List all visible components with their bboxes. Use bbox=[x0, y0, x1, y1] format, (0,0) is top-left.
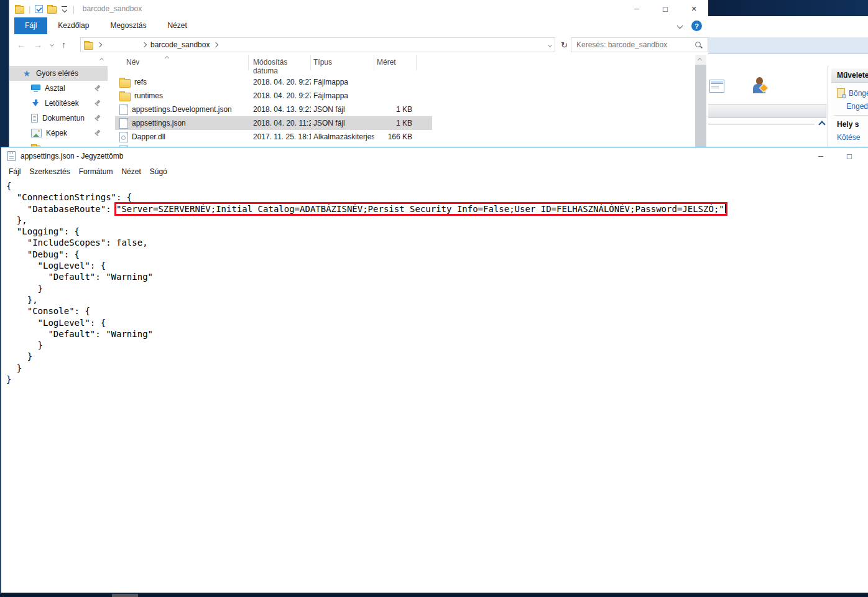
file-name-cell: refs bbox=[115, 77, 249, 88]
quick-access-star-icon bbox=[22, 69, 32, 78]
minimize-button[interactable] bbox=[806, 147, 835, 165]
code-line[interactable]: } bbox=[6, 351, 868, 362]
code-line[interactable]: "Default": "Warning" bbox=[6, 271, 868, 282]
scroll-up-icon[interactable] bbox=[698, 58, 702, 62]
file-name: appsettings.Development.json bbox=[132, 105, 232, 114]
code-line[interactable]: { bbox=[6, 180, 868, 192]
action-item-b-nge[interactable]: Bönge bbox=[831, 86, 868, 100]
code-line[interactable]: "Debug": { bbox=[6, 249, 868, 260]
json-file-icon bbox=[119, 104, 128, 115]
column-header-m-ret[interactable]: Méret bbox=[374, 55, 417, 70]
json-file-icon bbox=[119, 118, 128, 129]
action-item-enged[interactable]: Enged bbox=[831, 100, 868, 113]
file-type-cell: Alkalmazáskiterjes... bbox=[311, 132, 374, 141]
collapse-section-chevron-icon[interactable] bbox=[818, 121, 825, 127]
code-line[interactable]: "DatabaseRoute": "Server=SZERVERNÉV;Init… bbox=[6, 203, 868, 215]
scrollbar-thumb[interactable] bbox=[695, 65, 706, 147]
check-icon[interactable] bbox=[35, 5, 43, 13]
search-placeholder: Keresés: barcode_sandbox bbox=[576, 40, 691, 49]
pin-icon bbox=[94, 129, 101, 137]
actions-panel-title: Művelete bbox=[831, 68, 868, 83]
code-line[interactable]: }, bbox=[6, 215, 868, 226]
code-line[interactable]: "IncludeScopes": false, bbox=[6, 237, 868, 248]
file-row-runtimes[interactable]: runtimes2018. 04. 20. 9:27Fájlmappa bbox=[115, 89, 432, 103]
ribbon-tab-n-zet[interactable]: Nézet bbox=[157, 17, 197, 34]
file-row-appsettings-json[interactable]: appsettings.json2018. 04. 20. 11:23JSON … bbox=[115, 116, 432, 130]
breadcrumb-chevron-icon[interactable] bbox=[142, 42, 147, 47]
column-header-t-pus[interactable]: Típus bbox=[311, 55, 374, 70]
sidebar-item-k-pek[interactable]: Képek bbox=[9, 126, 108, 141]
sidebar-item-let-lt-sek[interactable]: Letöltések bbox=[9, 96, 108, 111]
file-row-appsettings-development-json[interactable]: appsettings.Development.json2018. 04. 13… bbox=[115, 103, 432, 116]
code-line[interactable]: "LogLevel": { bbox=[6, 317, 868, 328]
notepad-titlebar: appsettings.json - Jegyzettömb bbox=[1, 147, 868, 165]
column-header-m-dos-t-s-d-tuma[interactable]: Módosítás dátuma bbox=[249, 55, 311, 70]
search-box[interactable]: Keresés: barcode_sandbox bbox=[571, 37, 708, 52]
window-thumbnail-icon bbox=[709, 80, 724, 93]
menu-n-zet[interactable]: Nézet bbox=[117, 167, 145, 176]
code-line[interactable]: } bbox=[6, 374, 868, 385]
folder-icon[interactable] bbox=[47, 6, 57, 14]
code-line[interactable]: "ConnectionStrings": { bbox=[6, 192, 868, 203]
code-line[interactable]: } bbox=[6, 283, 868, 294]
navigation-pane: Gyors elérésAsztalLetöltésekDokumentunKé… bbox=[9, 55, 108, 147]
code-line[interactable]: }, bbox=[6, 294, 868, 305]
breadcrumb-chevron-icon[interactable] bbox=[97, 42, 102, 47]
code-line[interactable]: } bbox=[6, 340, 868, 351]
menu-s-g[interactable]: Súgó bbox=[145, 167, 172, 176]
action-item-hely-s[interactable]: Hely s bbox=[831, 118, 868, 131]
menu-form-tum[interactable]: Formátum bbox=[75, 167, 118, 176]
code-line[interactable]: "Console": { bbox=[6, 305, 868, 317]
explorer-caption-buttons bbox=[622, 0, 708, 17]
code-line[interactable]: "Logging": { bbox=[6, 226, 868, 237]
sidebar-item-dokumentun[interactable]: Dokumentun bbox=[9, 111, 108, 126]
file-row-refs[interactable]: refs2018. 04. 20. 9:27Fájlmappa bbox=[115, 75, 432, 89]
maximize-button[interactable] bbox=[651, 0, 680, 17]
file-row-dapper-dll[interactable]: Dapper.dll2017. 11. 25. 18:18Alkalmazásk… bbox=[115, 130, 432, 144]
code-line[interactable]: } bbox=[6, 363, 868, 374]
back-button[interactable]: ← bbox=[17, 40, 25, 50]
sidebar-item-asztal[interactable]: Asztal bbox=[9, 81, 108, 96]
separator: | bbox=[72, 4, 74, 14]
file-name-cell: appsettings.json bbox=[115, 118, 249, 129]
recent-locations-chevron-icon[interactable] bbox=[50, 42, 54, 47]
file-type-cell: JSON fájl bbox=[311, 119, 374, 127]
notepad-text-area[interactable]: { "ConnectionStrings": { "DatabaseRoute"… bbox=[1, 178, 868, 593]
menu-szerkeszt-s[interactable]: Szerkesztés bbox=[25, 167, 74, 176]
sidebar-item-label: Képek bbox=[46, 129, 67, 137]
up-button[interactable]: ↑ bbox=[62, 40, 66, 50]
address-dropdown-chevron-icon[interactable] bbox=[548, 42, 552, 47]
file-type-cell: Fájlmappa bbox=[311, 91, 374, 100]
forward-button[interactable]: → bbox=[34, 40, 42, 50]
close-button[interactable] bbox=[680, 0, 708, 17]
column-header-n-v[interactable]: Név bbox=[115, 55, 249, 70]
code-line[interactable]: "LogLevel": { bbox=[6, 260, 868, 271]
breadcrumb-chevron-icon[interactable] bbox=[213, 42, 218, 47]
customize-quick-access-chevron-icon[interactable] bbox=[61, 6, 68, 12]
pictures-icon bbox=[31, 129, 42, 137]
breadcrumb-current-folder[interactable]: barcode_sandbox bbox=[150, 40, 210, 49]
expand-ribbon-chevron-icon[interactable] bbox=[677, 23, 683, 29]
file-list-scrollbar[interactable] bbox=[695, 55, 706, 147]
ribbon-tab-kezd-lap[interactable]: Kezdőlap bbox=[47, 17, 99, 34]
maximize-button[interactable] bbox=[835, 147, 864, 165]
address-bar[interactable]: barcode_sandbox bbox=[80, 37, 555, 52]
sidebar-item-partial[interactable] bbox=[9, 141, 108, 147]
folder-icon[interactable] bbox=[15, 6, 24, 14]
minimize-button[interactable] bbox=[622, 0, 651, 17]
sidebar-item-gyors-el-r-s[interactable]: Gyors elérés bbox=[9, 66, 108, 81]
ribbon-tab-megoszt-s[interactable]: Megosztás bbox=[99, 17, 157, 34]
ribbon-tab-f-jl[interactable]: Fájl bbox=[14, 17, 47, 34]
menu-f-jl[interactable]: Fájl bbox=[4, 167, 25, 176]
quick-access-toolbar: | | barcode_sandbox bbox=[9, 4, 142, 14]
action-item-k-t-se[interactable]: Kötése bbox=[831, 131, 868, 144]
actions-panel-items: BöngeEngedHely sKötése bbox=[831, 83, 868, 144]
help-icon[interactable] bbox=[691, 21, 702, 31]
refresh-button[interactable] bbox=[558, 37, 571, 52]
window-title: barcode_sandbox bbox=[83, 4, 142, 13]
sidebar-item-label: Asztal bbox=[45, 84, 65, 93]
downloads-icon bbox=[31, 100, 40, 108]
file-type-cell: Fájlmappa bbox=[311, 78, 374, 86]
code-line[interactable]: "Default": "Warning" bbox=[6, 328, 868, 340]
pin-icon bbox=[94, 85, 101, 92]
